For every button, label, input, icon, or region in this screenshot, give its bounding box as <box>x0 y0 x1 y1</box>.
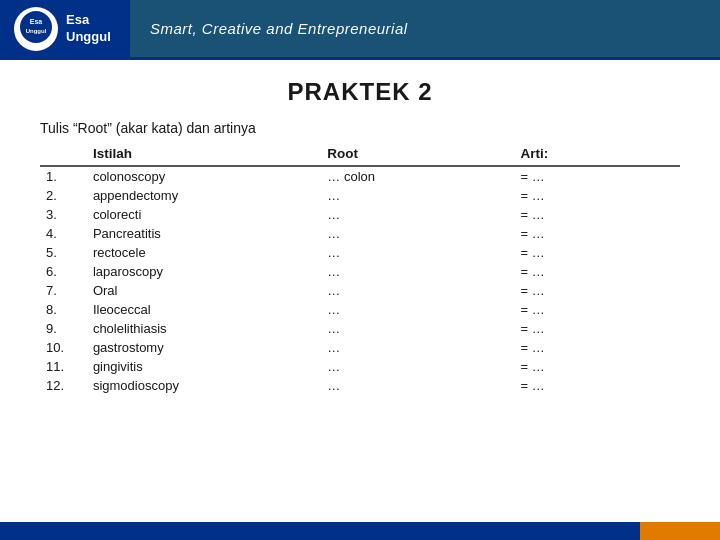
cell-arti: = … <box>514 281 680 300</box>
cell-num: 1. <box>40 166 87 186</box>
table-row: 8. Ileoceccal … = … <box>40 300 680 319</box>
table-header-row: Istilah Root Arti: <box>40 144 680 166</box>
cell-istilah: Ileoceccal <box>87 300 321 319</box>
cell-istilah: laparoscopy <box>87 262 321 281</box>
subtitle: Tulis “Root” (akar kata) dan artinya <box>40 120 680 136</box>
col-header-num <box>40 144 87 166</box>
cell-num: 6. <box>40 262 87 281</box>
cell-num: 3. <box>40 205 87 224</box>
footer <box>0 522 720 540</box>
cell-istilah: appendectomy <box>87 186 321 205</box>
main-content: PRAKTEK 2 Tulis “Root” (akar kata) dan a… <box>0 60 720 405</box>
cell-arti: = … <box>514 166 680 186</box>
cell-num: 12. <box>40 376 87 395</box>
col-header-root: Root <box>321 144 514 166</box>
svg-text:Unggul: Unggul <box>26 28 47 34</box>
header: Esa Unggul Esa Unggul Smart, Creative an… <box>0 0 720 60</box>
cell-istilah: cholelithiasis <box>87 319 321 338</box>
cell-istilah: colorecti <box>87 205 321 224</box>
table-row: 4. Pancreatitis … = … <box>40 224 680 243</box>
cell-arti: = … <box>514 243 680 262</box>
logo-inner-text: Esa Unggul <box>19 10 53 47</box>
cell-istilah: colonoscopy <box>87 166 321 186</box>
cell-root: … <box>321 243 514 262</box>
cell-root: … <box>321 376 514 395</box>
logo-circle: Esa Unggul <box>14 7 58 51</box>
cell-root: … <box>321 281 514 300</box>
svg-point-0 <box>20 11 52 43</box>
svg-text:Esa: Esa <box>30 18 43 25</box>
cell-istilah: Pancreatitis <box>87 224 321 243</box>
cell-arti: = … <box>514 300 680 319</box>
table-row: 3. colorecti … = … <box>40 205 680 224</box>
cell-root: … <box>321 357 514 376</box>
table-row: 10. gastrostomy … = … <box>40 338 680 357</box>
tagline-area: Smart, Creative and Entrepreneurial <box>130 0 720 57</box>
cell-istilah: sigmodioscopy <box>87 376 321 395</box>
footer-orange <box>640 522 720 540</box>
col-header-istilah: Istilah <box>87 144 321 166</box>
cell-num: 5. <box>40 243 87 262</box>
col-header-arti: Arti: <box>514 144 680 166</box>
table-row: 11. gingivitis … = … <box>40 357 680 376</box>
cell-istilah: gastrostomy <box>87 338 321 357</box>
cell-root: … <box>321 300 514 319</box>
table-container: Istilah Root Arti: 1. colonoscopy … colo… <box>40 144 680 395</box>
cell-root: … colon <box>321 166 514 186</box>
table-row: 1. colonoscopy … colon = … <box>40 166 680 186</box>
cell-istilah: rectocele <box>87 243 321 262</box>
cell-root: … <box>321 319 514 338</box>
footer-blue <box>0 522 640 540</box>
cell-istilah: Oral <box>87 281 321 300</box>
cell-root: … <box>321 224 514 243</box>
cell-arti: = … <box>514 224 680 243</box>
main-table: Istilah Root Arti: 1. colonoscopy … colo… <box>40 144 680 395</box>
table-row: 9. cholelithiasis … = … <box>40 319 680 338</box>
cell-root: … <box>321 186 514 205</box>
cell-num: 4. <box>40 224 87 243</box>
logo-area: Esa Unggul Esa Unggul <box>0 0 130 57</box>
cell-arti: = … <box>514 338 680 357</box>
table-row: 2. appendectomy … = … <box>40 186 680 205</box>
cell-root: … <box>321 205 514 224</box>
cell-arti: = … <box>514 205 680 224</box>
table-row: 12. sigmodioscopy … = … <box>40 376 680 395</box>
cell-num: 10. <box>40 338 87 357</box>
cell-num: 11. <box>40 357 87 376</box>
cell-arti: = … <box>514 319 680 338</box>
cell-arti: = … <box>514 357 680 376</box>
logo-text: Esa Unggul <box>66 12 111 46</box>
cell-arti: = … <box>514 376 680 395</box>
table-row: 6. laparoscopy … = … <box>40 262 680 281</box>
cell-num: 7. <box>40 281 87 300</box>
cell-num: 9. <box>40 319 87 338</box>
cell-num: 8. <box>40 300 87 319</box>
cell-arti: = … <box>514 262 680 281</box>
cell-root: … <box>321 338 514 357</box>
cell-root: … <box>321 262 514 281</box>
cell-istilah: gingivitis <box>87 357 321 376</box>
table-row: 7. Oral … = … <box>40 281 680 300</box>
cell-arti: = … <box>514 186 680 205</box>
table-row: 5. rectocele … = … <box>40 243 680 262</box>
tagline-text: Smart, Creative and Entrepreneurial <box>150 20 408 37</box>
page-title: PRAKTEK 2 <box>40 78 680 106</box>
cell-num: 2. <box>40 186 87 205</box>
